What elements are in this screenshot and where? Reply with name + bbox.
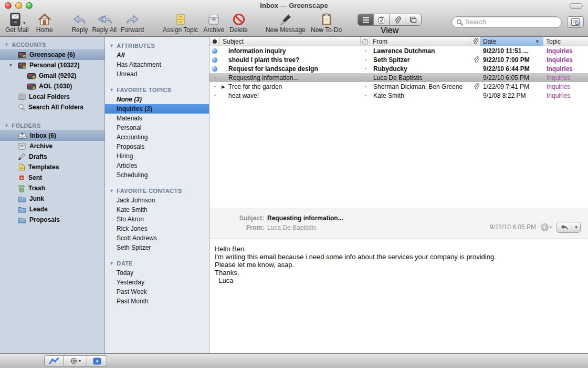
topic-cabinet-icon	[174, 13, 187, 26]
view-segment-list[interactable]	[358, 14, 374, 25]
pen-sm-icon	[18, 153, 26, 160]
folder-icon	[18, 196, 26, 202]
filter-item-personal[interactable]: Personal	[105, 123, 209, 132]
delete-button[interactable]: Delete	[229, 12, 248, 36]
message-subject: information inquiry	[228, 47, 286, 55]
search-field[interactable]	[452, 16, 562, 28]
section-header-label: FAVORITE TOPICS	[117, 87, 171, 93]
filter-item-sto-akron[interactable]: Sto Akron	[105, 214, 209, 224]
archive-sm-icon	[18, 142, 26, 150]
collapse-sidebar-button[interactable]	[87, 355, 107, 366]
sidebar-item-drafts[interactable]: Drafts	[0, 151, 104, 162]
message-info-button[interactable]: i▾	[541, 223, 552, 231]
filter-item-scott-andrews[interactable]: Scott Andrews	[105, 233, 209, 243]
read-dot-icon	[365, 95, 366, 96]
view-segment-attachments[interactable]	[390, 14, 405, 25]
sidebar-item-local-folders[interactable]: Local Folders	[0, 91, 104, 102]
view-segment-panes[interactable]	[405, 14, 421, 25]
forward-button[interactable]: Forward	[121, 12, 144, 36]
message-row[interactable]: ▶Tree for the gardenSherman Dickman, Ben…	[209, 82, 588, 91]
attributes-section-header[interactable]: ▼ATTRIBUTES	[105, 40, 209, 50]
action-menu-button[interactable]: ▾	[64, 355, 87, 366]
column-header-read[interactable]	[209, 37, 220, 46]
column-header-topic[interactable]: Topic	[543, 37, 588, 46]
filter-item-yesterday[interactable]: Yesterday	[105, 278, 209, 287]
preview-header: Subject: Requesting information... From:…	[209, 209, 588, 239]
filter-item-rick-jones[interactable]: Rick Jones	[105, 224, 209, 233]
reply-button[interactable]: Reply	[72, 12, 88, 36]
filter-item-has-attachment[interactable]: Has Attachment	[105, 60, 209, 69]
sidebar-item-aol-1030[interactable]: AOL (1030)	[0, 81, 104, 91]
home-button[interactable]: Home	[36, 12, 53, 36]
sidebar-item-sent[interactable]: Sent	[0, 172, 104, 183]
message-row[interactable]: Request for landscape designRubyducky9/2…	[209, 64, 588, 73]
section-header-label: FOLDERS	[12, 122, 40, 129]
message-body-line: Luca	[215, 277, 582, 284]
sidebar-item-inbox-6[interactable]: Inbox (6)	[0, 130, 104, 141]
filter-item-jack-johnson[interactable]: Jack Johnson	[105, 196, 209, 205]
sidebar-item-search-all-folders[interactable]: Search All Folders	[0, 102, 104, 113]
search-options-button[interactable]	[567, 16, 584, 28]
sidebar-item-junk[interactable]: Junk	[0, 193, 104, 204]
filter-item-today[interactable]: Today	[105, 268, 209, 278]
toolbar-toggle-pill[interactable]	[570, 3, 583, 9]
todo-status-cell	[361, 46, 370, 55]
get-mail-button[interactable]: ▾ Get Mail	[5, 12, 29, 36]
sidebar-item-archive[interactable]: Archive	[0, 141, 104, 151]
column-header-subject[interactable]: Subject	[220, 37, 361, 46]
filter-item-articles[interactable]: Articles	[105, 161, 209, 170]
sidebar-item-greenscape-6[interactable]: Greenscape (6)	[0, 49, 104, 60]
message-date: 9/22/10 6:05 PM	[483, 74, 529, 81]
column-header-todo[interactable]	[361, 37, 370, 46]
sidebar-item-trash[interactable]: Trash	[0, 183, 104, 193]
column-header-from[interactable]: From	[370, 37, 470, 46]
read-status-cell	[209, 46, 220, 55]
sidebar-item-proposals[interactable]: Proposals	[0, 214, 104, 225]
filter-item-past-week[interactable]: Past Week	[105, 287, 209, 297]
filter-item-label: Personal	[117, 124, 141, 131]
filter-item-past-month[interactable]: Past Month	[105, 297, 209, 306]
column-header-date[interactable]: Date▼	[480, 37, 543, 46]
reply-all-button[interactable]: Reply All	[92, 12, 117, 36]
message-subject: heat wave!	[228, 92, 259, 99]
accounts-folders-sidebar: ▼ACCOUNTSGreenscape (6)▼Personal (10322)…	[0, 37, 105, 353]
view-segment-todo[interactable]	[374, 14, 390, 25]
accounts-section-header[interactable]: ▼ACCOUNTS	[0, 39, 104, 49]
filter-item-kate-smith[interactable]: Kate Smith	[105, 205, 209, 214]
activity-button[interactable]	[44, 355, 64, 366]
filter-item-proposals[interactable]: Proposals	[105, 142, 209, 151]
new-todo-button[interactable]: New To-Do	[311, 12, 342, 36]
reply-options-caret-icon[interactable]: ▼	[572, 222, 580, 232]
quick-reply-button[interactable]: ▼	[556, 222, 581, 233]
filter-item-none-3[interactable]: None (3)	[105, 95, 209, 104]
sidebar-item-templates[interactable]: Templates	[0, 162, 104, 172]
sidebar-item-leads[interactable]: Leads	[0, 204, 104, 214]
sidebar-item-personal-10322[interactable]: ▼Personal (10322)	[0, 60, 104, 70]
message-row[interactable]: information inquiryLawrence Dutchman9/22…	[209, 46, 588, 55]
filter-item-hiring[interactable]: Hiring	[105, 151, 209, 161]
filter-item-materials[interactable]: Materials	[105, 114, 209, 123]
folders-section-header[interactable]: ▼FOLDERS	[0, 120, 104, 130]
message-row[interactable]: Requesting information...Luca De Baptist…	[209, 73, 588, 82]
favorite-topics-section-header[interactable]: ▼FAVORITE TOPICS	[105, 85, 209, 95]
thread-disclosure-icon[interactable]: ▶	[222, 84, 227, 89]
search-input[interactable]	[465, 18, 557, 26]
sidebar-item-gmail-9292[interactable]: Gmail (9292)	[0, 70, 104, 81]
filter-item-scheduling[interactable]: Scheduling	[105, 170, 209, 180]
filter-item-accounting[interactable]: Accounting	[105, 132, 209, 142]
date-section-header[interactable]: ▼DATE	[105, 258, 209, 268]
new-message-button[interactable]: New Message	[266, 12, 306, 36]
archive-button[interactable]: Archive	[203, 12, 224, 36]
message-row[interactable]: heat wave!Kate Smith9/1/08 8:22 PMInquir…	[209, 91, 588, 100]
filter-item-all[interactable]: All	[105, 50, 209, 60]
message-row[interactable]: should I plant this tree?Seth Spitzer9/2…	[209, 55, 588, 64]
filter-item-inquiries-3[interactable]: Inquiries (3)	[105, 104, 209, 114]
titlebar[interactable]: Inbox — Greenscape	[0, 0, 588, 12]
favorite-contacts-section-header[interactable]: ▼FAVORITE CONTACTS	[105, 186, 209, 196]
assign-topic-button[interactable]: Assign Topic	[163, 12, 198, 36]
filter-item-seth-spitzer[interactable]: Seth Spitzer	[105, 243, 209, 252]
column-header-attachment[interactable]	[470, 37, 480, 46]
filter-item-unread[interactable]: Unread	[105, 69, 209, 79]
filter-item-label: Scott Andrews	[117, 234, 157, 242]
sidebar-item-label: Leads	[29, 206, 48, 213]
